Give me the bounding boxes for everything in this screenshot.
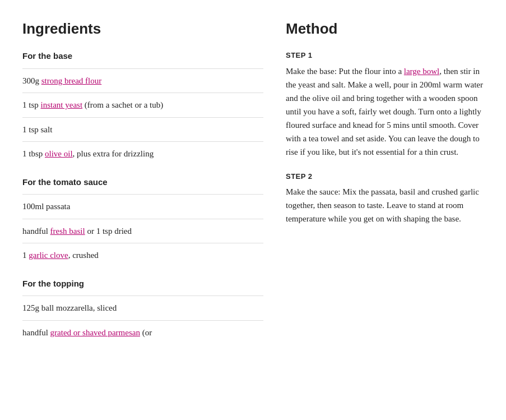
method-title: Method: [286, 18, 484, 40]
base-ingredient-list: 300g strong bread flour 1 tsp instant ye…: [22, 68, 263, 166]
list-item: 1 tsp salt: [22, 117, 263, 142]
ingredients-column: Ingredients For the base 300g strong bre…: [22, 18, 263, 402]
base-section: For the base 300g strong bread flour 1 t…: [22, 50, 263, 166]
topping-heading: For the topping: [22, 278, 263, 290]
list-item: 1 garlic clove, crushed: [22, 243, 263, 267]
fresh-basil-link[interactable]: fresh basil: [50, 227, 85, 236]
tomato-sauce-section: For the tomato sauce 100ml passata handf…: [22, 176, 263, 267]
step-2: STEP 2 Make the sauce: Mix the passata, …: [286, 171, 484, 226]
step-1: STEP 1 Make the base: Put the flour into…: [286, 50, 484, 159]
list-item: handful grated or shaved parmesan (or: [22, 320, 263, 345]
olive-oil-link[interactable]: olive oil: [45, 149, 73, 158]
tomato-sauce-heading: For the tomato sauce: [22, 176, 263, 189]
topping-ingredient-list: 125g ball mozzarella, sliced handful gra…: [22, 296, 263, 344]
list-item: 300g strong bread flour: [22, 68, 263, 93]
step-1-label: STEP 1: [286, 50, 484, 61]
step-2-text: Make the sauce: Mix the passata, basil a…: [286, 185, 484, 225]
step-1-text: Make the base: Put the flour into a larg…: [286, 64, 484, 159]
list-item: 1 tbsp olive oil, plus extra for drizzli…: [22, 141, 263, 166]
strong-bread-flour-link[interactable]: strong bread flour: [41, 76, 101, 85]
list-item: 125g ball mozzarella, sliced: [22, 296, 263, 320]
list-item: 1 tsp instant yeast (from a sachet or a …: [22, 93, 263, 117]
list-item: 100ml passata: [22, 194, 263, 219]
topping-section: For the topping 125g ball mozzarella, sl…: [22, 278, 263, 345]
garlic-clove-link[interactable]: garlic clove: [29, 251, 68, 260]
instant-yeast-link[interactable]: instant yeast: [41, 100, 83, 109]
parmesan-link[interactable]: grated or shaved parmesan: [50, 328, 140, 337]
base-heading: For the base: [22, 50, 263, 63]
large-bowl-link[interactable]: large bowl: [404, 67, 439, 76]
method-column: Method STEP 1 Make the base: Put the flo…: [286, 18, 484, 402]
step-2-label: STEP 2: [286, 171, 484, 182]
page-wrapper: Ingredients For the base 300g strong bre…: [0, 0, 506, 420]
tomato-sauce-ingredient-list: 100ml passata handful fresh basil or 1 t…: [22, 194, 263, 267]
ingredients-title: Ingredients: [22, 18, 263, 40]
list-item: handful fresh basil or 1 tsp dried: [22, 219, 263, 243]
